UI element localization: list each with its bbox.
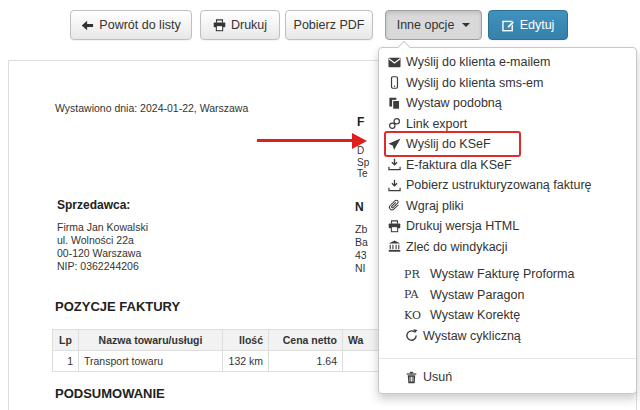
annotation-arrow-line <box>257 139 354 142</box>
seller-city: 00-120 Warszawa <box>57 247 148 260</box>
menu-item-1[interactable]: Wyślij do klienta sms-em <box>379 73 636 94</box>
bank-icon <box>387 240 401 253</box>
menu-item-label: E-faktura dla KSeF <box>406 158 512 172</box>
caret-down-icon <box>462 23 470 27</box>
menu-item-5[interactable]: E-faktura dla KSeF <box>379 155 636 176</box>
letter-icon: PR <box>404 268 423 281</box>
table-cell: 132 km <box>223 351 269 372</box>
buyer-heading-partial: N <box>355 200 364 214</box>
letter-icon: KO <box>404 309 423 322</box>
items-section-heading: POZYCJE FAKTURY <box>55 299 180 314</box>
menu-item-label: Drukuj wersja HTML <box>406 219 519 233</box>
annotation-arrow-head <box>352 133 367 149</box>
print-button[interactable]: Drukuj <box>200 10 280 40</box>
printer-icon <box>387 220 401 233</box>
menu-item-2[interactable]: Wystaw podobną <box>379 93 636 114</box>
menu-item-label: Wystaw Fakturę Proforma <box>430 267 574 281</box>
menu-item-0[interactable]: Wyślij do klienta e-mailem <box>379 52 636 73</box>
buyer-address-partial: Zb Ba 43 NI <box>355 223 368 275</box>
edit-button[interactable]: Edytuj <box>488 10 568 40</box>
menu-item-13[interactable]: Wystaw cykliczną <box>379 326 636 347</box>
summary-section-heading: PODSUMOWANIE <box>55 386 165 401</box>
dropdown-menu-list: Wyślij do klienta e-mailemWyślij do klie… <box>379 52 636 388</box>
menu-item-6[interactable]: Pobierz ustrukturyzowaną fakturę <box>379 175 636 196</box>
table-cell: Transport towaru <box>79 351 223 372</box>
invoice-title-partial: F <box>357 115 364 129</box>
menu-item-8[interactable]: Drukuj wersja HTML <box>379 216 636 237</box>
issued-date-line: Wystawiono dnia: 2024-01-22, Warszawa <box>55 102 248 114</box>
arrow-left-icon <box>81 19 94 32</box>
table-header-cell: Nazwa towaru/usługi <box>79 330 223 351</box>
menu-item-7[interactable]: Wgraj pliki <box>379 196 636 217</box>
envelope-icon <box>387 56 401 69</box>
refresh-icon <box>404 329 418 342</box>
seller-street: ul. Wolności 22a <box>57 234 148 247</box>
copy-icon <box>387 97 401 110</box>
menu-item-label: Zleć do windykacji <box>406 240 507 254</box>
menu-item-10[interactable]: PRWystaw Fakturę Proforma <box>379 264 636 285</box>
more-options-dropdown: Wyślij do klienta e-mailemWyślij do klie… <box>378 47 637 394</box>
table-cell: 1.64 <box>269 351 343 372</box>
menu-item-14[interactable]: Usuń <box>379 367 636 388</box>
printer-icon <box>213 19 226 32</box>
letter-icon: PA <box>404 288 423 301</box>
menu-item-label: Wgraj pliki <box>406 199 464 213</box>
menu-item-label: Wyślij do klienta e-mailem <box>406 55 550 69</box>
menu-item-11[interactable]: PAWystaw Paragon <box>379 285 636 306</box>
back-to-list-button[interactable]: Powrót do listy <box>70 10 192 40</box>
invoice-page: Powrót do listy Drukuj Pobierz PDF Inne … <box>0 0 640 410</box>
menu-item-label: Wystaw podobną <box>406 96 502 110</box>
table-header-cell: Lp <box>53 330 79 351</box>
menu-item-label: Link export <box>406 117 467 131</box>
menu-item-4[interactable]: Wyślij do KSeF <box>379 134 636 155</box>
edit-icon <box>502 19 515 32</box>
invoice-meta-partial: D Sp Te <box>357 145 369 180</box>
seller-name: Firma Jan Kowalski <box>57 221 148 234</box>
menu-item-12[interactable]: KOWystaw Korektę <box>379 305 636 326</box>
trash-icon <box>404 371 418 384</box>
mobile-icon <box>387 76 401 89</box>
paper-plane-icon <box>387 138 401 151</box>
back-to-list-label: Powrót do listy <box>99 18 180 32</box>
seller-address: Firma Jan Kowalski ul. Wolności 22a 00-1… <box>57 221 148 273</box>
table-cell: 1 <box>53 351 79 372</box>
edit-label: Edytuj <box>520 18 555 32</box>
paperclip-icon <box>387 199 401 212</box>
seller-nip: NIP: 0362244206 <box>57 260 148 273</box>
table-header-cell: Cena netto <box>269 330 343 351</box>
download-icon <box>387 179 401 192</box>
menu-item-9[interactable]: Zleć do windykacji <box>379 237 636 258</box>
more-options-button[interactable]: Inne opcje <box>385 10 482 40</box>
menu-item-label: Wystaw Paragon <box>430 288 524 302</box>
table-header-cell: Ilość <box>223 330 269 351</box>
menu-divider <box>379 358 636 359</box>
print-label: Drukuj <box>231 18 267 32</box>
menu-item-label: Wystaw cykliczną <box>423 329 521 343</box>
download-icon <box>387 158 401 171</box>
menu-item-label: Usuń <box>423 370 452 384</box>
menu-item-label: Pobierz ustrukturyzowaną fakturę <box>406 178 592 192</box>
menu-item-label: Wyślij do klienta sms-em <box>406 76 543 90</box>
download-pdf-button[interactable]: Pobierz PDF <box>285 10 373 40</box>
menu-item-3[interactable]: Link export <box>379 114 636 135</box>
menu-item-label: Wystaw Korektę <box>430 308 520 322</box>
download-pdf-label: Pobierz PDF <box>294 18 365 32</box>
more-options-label: Inne opcje <box>397 18 455 32</box>
seller-heading: Sprzedawca: <box>57 198 130 212</box>
menu-item-label: Wyślij do KSeF <box>406 137 491 151</box>
link-icon <box>387 117 401 130</box>
